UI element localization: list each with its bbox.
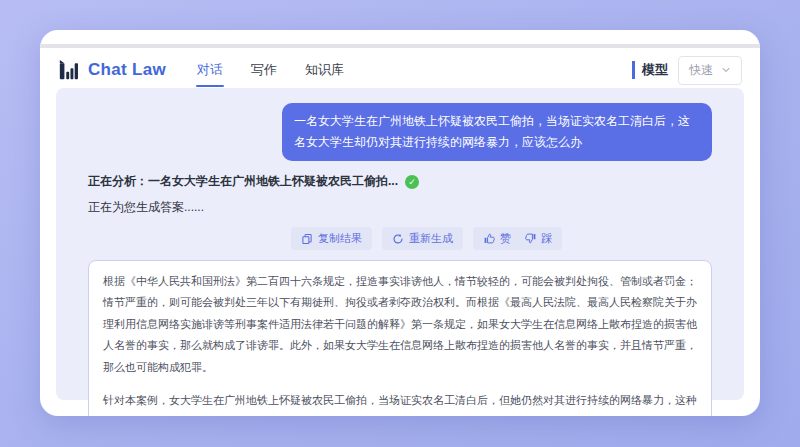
tab-writing[interactable]: 写作 <box>250 57 278 83</box>
answer-paragraph: 根据《中华人民共和国刑法》第二百四十六条规定，捏造事实诽谤他人，情节较轻的，可能… <box>103 271 697 378</box>
nav-tabs: 对话 写作 知识库 <box>196 57 345 83</box>
analyzing-text: 正在分析：一名女大学生在广州地铁上怀疑被农民工偷拍... <box>88 173 398 190</box>
copy-result-label: 复制结果 <box>318 231 362 246</box>
thumbs-up-icon <box>483 232 496 245</box>
bar-chart-logo-icon <box>58 59 80 81</box>
model-select-dropdown[interactable]: 快速 <box>678 56 742 85</box>
app-window: Chat Law 对话 写作 知识库 模型 快速 一名女大学生在广州地铁上怀疑被… <box>40 30 760 416</box>
regenerate-button[interactable]: 重新生成 <box>382 227 463 250</box>
dislike-label: 踩 <box>541 231 552 246</box>
answer-panel: 根据《中华人民共和国刑法》第二百四十六条规定，捏造事实诽谤他人，情节较轻的，可能… <box>88 260 712 416</box>
answer-paragraph: 针对本案例，女大学生在广州地铁上怀疑被农民工偷拍，当场证实农名工清白后，但她仍然… <box>103 390 697 416</box>
analyzing-status: 正在分析：一名女大学生在广州地铁上怀疑被农民工偷拍... ✓ <box>88 173 720 190</box>
like-button[interactable]: 赞 <box>483 231 511 246</box>
user-message-bubble: 一名女大学生在广州地铁上怀疑被农民工偷拍，当场证实农名工清白后，这名女大学生却仍… <box>282 103 712 161</box>
feedback-pill: 赞 踩 <box>473 227 562 250</box>
like-label: 赞 <box>500 231 511 246</box>
check-circle-icon: ✓ <box>405 175 419 189</box>
model-select-value: 快速 <box>689 62 713 79</box>
desktop-background: { "header": { "brand": "Chat Law", "tabs… <box>0 0 800 447</box>
user-message-row: 一名女大学生在广州地铁上怀疑被农民工偷拍，当场证实农名工清白后，这名女大学生却仍… <box>80 103 720 161</box>
chat-area: 一名女大学生在广州地铁上怀疑被农民工偷拍，当场证实农名工清白后，这名女大学生却仍… <box>56 88 744 400</box>
answer-actions: 复制结果 重新生成 <box>80 227 562 250</box>
header: Chat Law 对话 写作 知识库 模型 快速 <box>40 48 760 92</box>
brand-name: Chat Law <box>88 60 166 80</box>
tab-chat[interactable]: 对话 <box>196 57 224 83</box>
refresh-icon <box>392 233 404 245</box>
copy-result-button[interactable]: 复制结果 <box>291 227 372 250</box>
chevron-down-icon <box>721 65 731 75</box>
thumbs-down-icon <box>524 232 537 245</box>
model-label: 模型 <box>632 61 668 79</box>
generating-status: 正在为您生成答案...... <box>88 199 720 216</box>
status-block: 正在分析：一名女大学生在广州地铁上怀疑被农民工偷拍... ✓ 正在为您生成答案.… <box>80 173 720 216</box>
regenerate-label: 重新生成 <box>409 231 453 246</box>
dislike-button[interactable]: 踩 <box>524 231 552 246</box>
brand-logo: Chat Law <box>58 59 166 81</box>
tab-knowledge-base[interactable]: 知识库 <box>304 57 345 83</box>
copy-icon <box>301 233 313 245</box>
header-right: 模型 快速 <box>632 56 742 85</box>
